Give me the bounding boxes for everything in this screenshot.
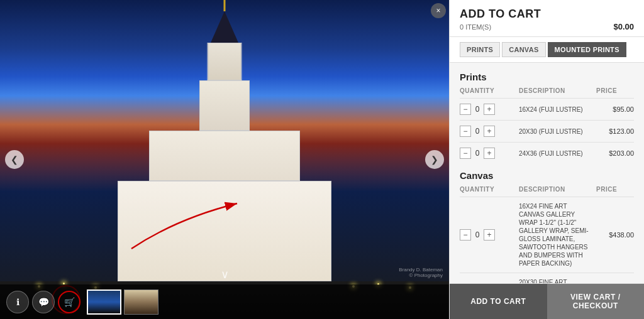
print-row-1: − 0 + 16X24 (FUJI LUSTRE) $95.00 bbox=[460, 98, 634, 120]
canvas-row-2: − 0 + 20X30 FINE ART CANVAS GALLERY WRAP… bbox=[460, 273, 634, 283]
qty-decrease-p1[interactable]: − bbox=[460, 104, 471, 115]
qty-value-p3: 0 bbox=[474, 149, 481, 158]
cart-total: $0.00 bbox=[613, 22, 634, 31]
temple-upper bbox=[149, 131, 300, 181]
canvas-row-1: − 0 + 16X24 FINE ART CANVAS GALLERY WRAP… bbox=[460, 197, 634, 273]
qty-value-p1: 0 bbox=[474, 105, 481, 114]
prints-section-title: Prints bbox=[460, 72, 634, 82]
temple-image bbox=[92, 68, 357, 281]
qty-increase-p3[interactable]: + bbox=[484, 148, 495, 159]
watermark: Brandy D. Bateman © Photography bbox=[399, 267, 443, 278]
prev-image-button[interactable]: ❮ bbox=[5, 150, 24, 169]
qty-control-p2: − 0 + bbox=[460, 126, 516, 137]
product-price-p1: $95.00 bbox=[596, 105, 634, 113]
qty-header: QUANTITY bbox=[460, 87, 516, 94]
next-image-button[interactable]: ❯ bbox=[425, 150, 444, 169]
product-desc-c1: 16X24 FINE ART CANVAS GALLERY WRAP 1-1/2… bbox=[519, 202, 594, 268]
close-button[interactable]: × bbox=[431, 3, 446, 18]
qty-increase-c1[interactable]: + bbox=[484, 229, 495, 241]
image-toolbar: ℹ 💬 🛒 bbox=[0, 284, 449, 319]
product-desc-c2: 20X30 FINE ART CANVAS GALLERY WRAP 1-1/2… bbox=[519, 278, 594, 283]
chat-icon: 💬 bbox=[38, 297, 49, 307]
qty-control-p1: − 0 + bbox=[460, 104, 516, 115]
cart-header: ADD TO CART 0 ITEM(S) $0.00 bbox=[450, 0, 644, 37]
add-to-cart-button[interactable]: ADD TO CART bbox=[450, 284, 547, 319]
thumb-image-1 bbox=[88, 291, 120, 313]
product-price-p3: $203.00 bbox=[596, 149, 634, 157]
print-row-3: − 0 + 24X36 (FUJI LUSTRE) $203.00 bbox=[460, 142, 634, 164]
items-count: 0 ITEM(S) bbox=[460, 23, 491, 31]
canvas-qty-header: QUANTITY bbox=[460, 186, 516, 193]
thumbnail-1[interactable] bbox=[87, 289, 121, 315]
tab-prints[interactable]: PRINTS bbox=[460, 42, 500, 57]
product-desc-p1: 16X24 (FUJI LUSTRE) bbox=[519, 105, 594, 114]
qty-value-p2: 0 bbox=[474, 127, 481, 136]
tab-canvas[interactable]: CANVAS bbox=[502, 42, 545, 57]
qty-decrease-p3[interactable]: − bbox=[460, 148, 471, 159]
qty-control-p3: − 0 + bbox=[460, 148, 516, 159]
canvas-price-header: PRICE bbox=[596, 186, 634, 193]
temple-tower-mid bbox=[208, 43, 242, 80]
qty-control-c1: − 0 + bbox=[460, 229, 516, 241]
chevron-down-icon[interactable]: ∨ bbox=[221, 268, 229, 281]
thumbnail-strip bbox=[87, 289, 158, 315]
product-desc-p2: 20X30 (FUJI LUSTRE) bbox=[519, 127, 594, 136]
info-button[interactable]: ℹ bbox=[6, 291, 29, 313]
temple-main bbox=[118, 181, 331, 281]
temple-spire bbox=[224, 0, 226, 11]
canvas-desc-header: DESCRIPTION bbox=[519, 186, 594, 193]
product-desc-p3: 24X36 (FUJI LUSTRE) bbox=[519, 149, 594, 158]
cart-subtitle: 0 ITEM(S) $0.00 bbox=[460, 22, 634, 31]
desc-header: DESCRIPTION bbox=[519, 87, 594, 94]
cart-title: ADD TO CART bbox=[460, 8, 634, 21]
view-cart-button[interactable]: VIEW CART / CHECKOUT bbox=[547, 284, 645, 319]
thumb-image-2 bbox=[125, 290, 158, 314]
cart-footer: ADD TO CART VIEW CART / CHECKOUT bbox=[450, 283, 644, 319]
canvas-section-title: Canvas bbox=[460, 170, 634, 181]
cart-content: Prints QUANTITY DESCRIPTION PRICE − 0 + … bbox=[450, 63, 644, 283]
tab-bar: PRINTS CANVAS MOUNTED PRINTS bbox=[450, 37, 644, 63]
product-price-c1: $438.00 bbox=[596, 231, 634, 239]
temple-tower-top bbox=[211, 11, 238, 43]
cart-panel: ADD TO CART 0 ITEM(S) $0.00 PRINTS CANVA… bbox=[449, 0, 644, 319]
image-viewer: Brandy D. Bateman © Photography ∨ ❮ ❯ ℹ … bbox=[0, 0, 449, 319]
qty-increase-p1[interactable]: + bbox=[484, 104, 495, 115]
cart-icon: 🛒 bbox=[64, 297, 75, 307]
product-price-p2: $123.00 bbox=[596, 127, 634, 135]
print-row-2: − 0 + 20X30 (FUJI LUSTRE) $123.00 bbox=[460, 120, 634, 142]
qty-decrease-p2[interactable]: − bbox=[460, 126, 471, 137]
prints-table-header: QUANTITY DESCRIPTION PRICE bbox=[460, 87, 634, 94]
thumbnail-2[interactable] bbox=[124, 289, 158, 315]
tab-mounted-prints[interactable]: MOUNTED PRINTS bbox=[548, 42, 626, 57]
info-icon: ℹ bbox=[16, 297, 19, 307]
qty-value-c1: 0 bbox=[474, 230, 481, 239]
qty-decrease-c1[interactable]: − bbox=[460, 229, 471, 241]
price-header: PRICE bbox=[596, 87, 634, 94]
chat-button[interactable]: 💬 bbox=[32, 291, 55, 313]
canvas-table-header: QUANTITY DESCRIPTION PRICE bbox=[460, 186, 634, 193]
temple-tower-base bbox=[199, 80, 250, 131]
qty-increase-p2[interactable]: + bbox=[484, 126, 495, 137]
cart-button[interactable]: 🛒 bbox=[58, 291, 80, 313]
